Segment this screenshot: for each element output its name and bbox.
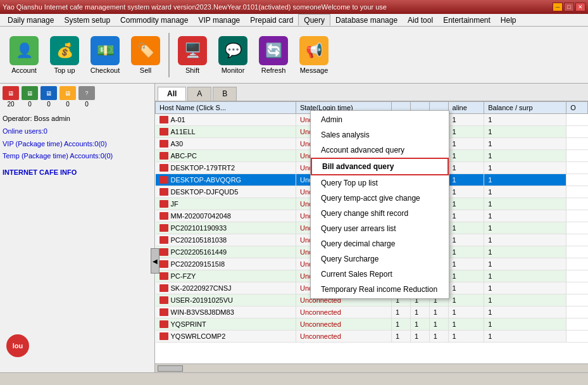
table-row[interactable]: YQSWRLCOMP2Unconnected11111 — [156, 331, 588, 343]
monitor-icon: 💬 — [218, 36, 247, 65]
monitor-button[interactable]: 💬 Monitor — [214, 30, 252, 80]
menu-query[interactable]: Query — [298, 14, 330, 26]
dropdown-admin[interactable]: Admin — [311, 112, 449, 127]
horizontal-scrollbar[interactable] — [155, 363, 588, 372]
title-controls: ─ □ ✕ — [553, 3, 585, 11]
host-cell: PC202105181038 — [156, 234, 296, 246]
cell-4: 1 — [484, 282, 566, 294]
menu-vip-manage[interactable]: VIP manage — [193, 14, 245, 26]
count-gray: 0 — [85, 101, 89, 108]
cell-3: 1 — [448, 126, 484, 138]
dropdown-topup-list[interactable]: Query Top up list — [311, 175, 449, 191]
account-label: Account — [11, 66, 37, 74]
cell-3: 1 — [448, 222, 484, 234]
host-cell: PC202205161449 — [156, 246, 296, 258]
col-balance: Balance / surp — [484, 102, 566, 114]
cell-3: 1 — [448, 162, 484, 174]
tab-all[interactable]: All — [158, 87, 186, 101]
cell-4: 1 — [484, 210, 566, 222]
message-icon: 📢 — [299, 36, 328, 65]
comp-blue: 🖥 0 — [41, 86, 57, 108]
menu-system-setup[interactable]: System setup — [59, 14, 115, 26]
cell-2: 1 — [429, 331, 448, 343]
monitor-yellow: 🖥 — [59, 86, 76, 100]
cell-3: 1 — [448, 234, 484, 246]
dropdown-surcharge[interactable]: Query Surcharge — [311, 251, 449, 267]
cell-4: 1 — [484, 319, 566, 331]
dropdown-arrears[interactable]: Query user arrears list — [311, 221, 449, 236]
dropdown-temp-acct[interactable]: Query temp-acct give change — [311, 191, 449, 206]
cell-3: 1 — [448, 258, 484, 270]
cell-3: 1 — [448, 186, 484, 198]
shift-button[interactable]: 🖥️ Shift — [173, 30, 211, 80]
title-bar: Yao Qianshu Internet cafe management sys… — [0, 0, 588, 14]
cell-3: 1 — [448, 294, 484, 306]
operator-label: Operator: Boss admin — [3, 113, 152, 125]
monitor-green: 🖥 — [22, 86, 38, 100]
menu-database-manage[interactable]: Database manage — [330, 14, 403, 26]
menu-commodity-manage[interactable]: Commodity manage — [115, 14, 193, 26]
comp-gray: ? 0 — [78, 86, 95, 108]
monitor-gray: ? — [78, 86, 95, 100]
tab-b[interactable]: B — [213, 87, 237, 101]
close-button[interactable]: ✕ — [575, 3, 585, 11]
host-cell: USER-20191025VU — [156, 294, 296, 306]
count-red: 20 — [7, 101, 14, 108]
cell-4: 1 — [484, 126, 566, 138]
cell-3: 1 — [448, 306, 484, 319]
dropdown-bill-advanced[interactable]: Bill advanced query — [311, 158, 449, 175]
minimize-button[interactable]: ─ — [553, 3, 563, 11]
dropdown-sales-analysis[interactable]: Sales analysis — [311, 127, 449, 142]
dropdown-decimal[interactable]: Query decimal charge — [311, 236, 449, 251]
tab-bar: All A B — [155, 84, 588, 101]
dropdown-account-advanced[interactable]: Account advanced query — [311, 142, 449, 158]
checkout-button[interactable]: 💵 Checkout — [86, 30, 124, 80]
host-cell: DESKTOP-179TRT2 — [156, 162, 296, 174]
tab-a[interactable]: A — [187, 87, 211, 101]
avatar: lou — [6, 334, 29, 357]
cell-4: 1 — [484, 234, 566, 246]
dropdown-change-shift[interactable]: Query change shift record — [311, 206, 449, 221]
host-cell: ABC-PC — [156, 150, 296, 162]
col-o: O — [566, 102, 588, 114]
collapse-button[interactable]: ◀ — [151, 248, 160, 274]
toolbar-divider-1 — [168, 33, 170, 77]
account-icon: 👤 — [9, 36, 39, 65]
menu-entertainment[interactable]: Entertainment — [438, 14, 496, 26]
table-row[interactable]: YQSPRINTUnconnected11111 — [156, 319, 588, 331]
cell-3: 1 — [448, 150, 484, 162]
count-blue: 0 — [47, 101, 51, 108]
host-cell: WIN-B3VS8J8DM83 — [156, 306, 296, 319]
state-cell: Unconnected — [296, 331, 391, 343]
refresh-button[interactable]: 🔄 Refresh — [254, 30, 292, 80]
cell-3: 1 — [448, 331, 484, 343]
status-info: Operator: Boss admin Online users:0 VIP … — [3, 113, 152, 179]
table-row[interactable]: WIN-B3VS8J8DM83Unconnected11111 — [156, 306, 588, 319]
topup-button[interactable]: 💰 Top up — [46, 30, 84, 80]
menu-help[interactable]: Help — [496, 14, 522, 26]
host-cell: JF — [156, 198, 296, 210]
state-cell: Unconnected — [296, 319, 391, 331]
sell-button[interactable]: 🏷️ Sell — [127, 30, 165, 80]
menu-aid-tool[interactable]: Aid tool — [403, 14, 438, 26]
maximize-button[interactable]: □ — [564, 3, 574, 11]
cell-0: 1 — [392, 319, 411, 331]
cell-4: 1 — [484, 150, 566, 162]
menu-daily-manage[interactable]: Daily manage — [3, 14, 59, 26]
cell-3: 1 — [448, 114, 484, 126]
topup-label: Top up — [54, 66, 75, 74]
cell-3: 1 — [448, 246, 484, 258]
cell-4: 1 — [484, 198, 566, 210]
scroll-thumb[interactable] — [158, 365, 183, 372]
refresh-icon: 🔄 — [259, 36, 288, 65]
col-hostname: Host Name (Click S... — [156, 102, 296, 114]
cell-4: 1 — [484, 174, 566, 186]
cell-4: 1 — [484, 186, 566, 198]
cell-4: 1 — [484, 222, 566, 234]
dropdown-temp-income[interactable]: Temporary Real income Reduction — [311, 282, 449, 297]
cell-3: 1 — [448, 319, 484, 331]
message-button[interactable]: 📢 Message — [295, 30, 333, 80]
dropdown-sales-report[interactable]: Current Sales Report — [311, 267, 449, 282]
account-button[interactable]: 👤 Account — [5, 30, 43, 80]
menu-prepaid-card[interactable]: Prepaid card — [245, 14, 298, 26]
